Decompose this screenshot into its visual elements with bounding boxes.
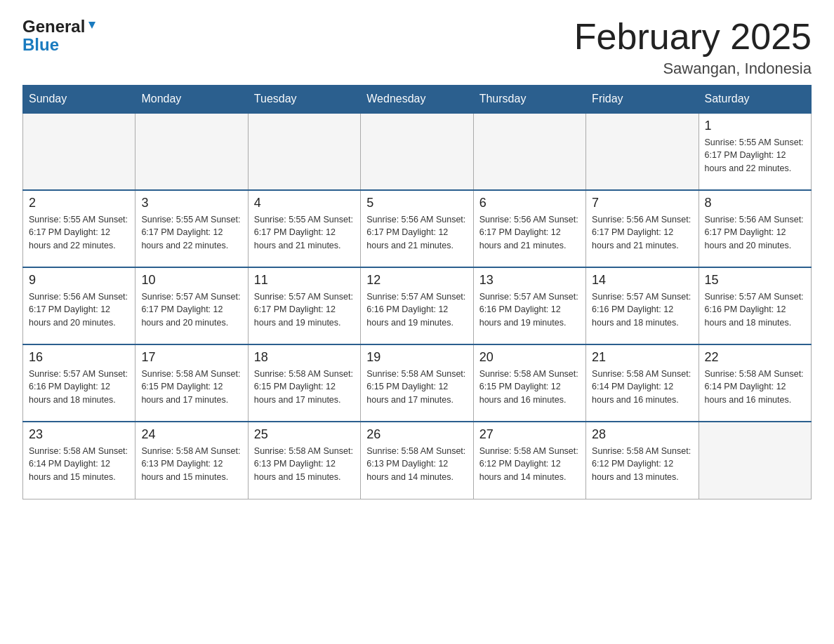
day-info: Sunrise: 5:58 AM Sunset: 6:15 PM Dayligh… [479,368,580,407]
day-info: Sunrise: 5:58 AM Sunset: 6:15 PM Dayligh… [254,368,355,407]
calendar-cell: 26Sunrise: 5:58 AM Sunset: 6:13 PM Dayli… [361,422,473,499]
calendar-cell: 28Sunrise: 5:58 AM Sunset: 6:12 PM Dayli… [586,422,699,499]
calendar-cell: 21Sunrise: 5:58 AM Sunset: 6:14 PM Dayli… [586,344,699,422]
calendar-cell: 10Sunrise: 5:57 AM Sunset: 6:17 PM Dayli… [135,267,248,344]
day-info: Sunrise: 5:57 AM Sunset: 6:16 PM Dayligh… [592,290,692,330]
header-friday: Friday [586,86,699,114]
month-title: February 2025 [574,17,812,57]
calendar-cell: 19Sunrise: 5:58 AM Sunset: 6:15 PM Dayli… [361,344,473,422]
calendar-cell [23,113,135,190]
logo-arrow-icon [86,20,98,35]
weekday-header-row: Sunday Monday Tuesday Wednesday Thursday… [23,86,812,114]
day-info: Sunrise: 5:58 AM Sunset: 6:15 PM Dayligh… [141,368,241,407]
day-number: 20 [479,349,580,365]
calendar-cell: 1Sunrise: 5:55 AM Sunset: 6:17 PM Daylig… [699,113,811,190]
day-number: 23 [29,427,129,443]
day-info: Sunrise: 5:56 AM Sunset: 6:17 PM Dayligh… [29,290,129,330]
day-number: 4 [254,195,355,211]
day-info: Sunrise: 5:58 AM Sunset: 6:12 PM Dayligh… [592,445,692,484]
day-info: Sunrise: 5:58 AM Sunset: 6:14 PM Dayligh… [29,445,129,484]
location-title: Sawangan, Indonesia [574,60,812,78]
calendar-cell: 3Sunrise: 5:55 AM Sunset: 6:17 PM Daylig… [135,190,248,267]
calendar-cell: 24Sunrise: 5:58 AM Sunset: 6:13 PM Dayli… [135,422,248,499]
day-number: 24 [141,427,241,443]
day-number: 27 [479,427,580,443]
calendar-cell [248,113,360,190]
calendar-cell: 4Sunrise: 5:55 AM Sunset: 6:17 PM Daylig… [248,190,360,267]
title-section: February 2025 Sawangan, Indonesia [574,17,812,78]
logo: General Blue [22,17,98,55]
day-number: 9 [29,272,129,288]
svg-marker-0 [88,22,95,29]
header-row: General Blue February 2025 Sawangan, Ind… [22,17,812,78]
day-number: 2 [29,195,129,211]
calendar-cell: 25Sunrise: 5:58 AM Sunset: 6:13 PM Dayli… [248,422,360,499]
day-info: Sunrise: 5:58 AM Sunset: 6:14 PM Dayligh… [592,368,692,407]
day-info: Sunrise: 5:57 AM Sunset: 6:16 PM Dayligh… [29,368,129,407]
day-info: Sunrise: 5:57 AM Sunset: 6:17 PM Dayligh… [254,290,355,330]
header-thursday: Thursday [473,86,585,114]
day-number: 11 [254,272,355,288]
header-wednesday: Wednesday [361,86,473,114]
calendar-cell [699,422,811,499]
day-number: 10 [141,272,241,288]
day-info: Sunrise: 5:57 AM Sunset: 6:16 PM Dayligh… [479,290,580,330]
day-number: 25 [254,427,355,443]
calendar-cell: 12Sunrise: 5:57 AM Sunset: 6:16 PM Dayli… [361,267,473,344]
day-number: 6 [479,195,580,211]
logo-blue-text: Blue [22,35,59,55]
day-info: Sunrise: 5:56 AM Sunset: 6:17 PM Dayligh… [705,213,805,253]
calendar-cell: 13Sunrise: 5:57 AM Sunset: 6:16 PM Dayli… [473,267,585,344]
day-number: 17 [141,349,241,365]
day-info: Sunrise: 5:56 AM Sunset: 6:17 PM Dayligh… [366,213,467,253]
day-number: 28 [592,427,692,443]
day-info: Sunrise: 5:57 AM Sunset: 6:16 PM Dayligh… [705,290,805,330]
day-number: 21 [592,349,692,365]
day-number: 1 [705,118,805,134]
calendar-cell: 14Sunrise: 5:57 AM Sunset: 6:16 PM Dayli… [586,267,699,344]
day-number: 3 [141,195,241,211]
calendar-cell: 6Sunrise: 5:56 AM Sunset: 6:17 PM Daylig… [473,190,585,267]
day-number: 22 [705,349,805,365]
logo-general-text: General [22,17,85,36]
calendar-cell [361,113,473,190]
calendar-cell: 11Sunrise: 5:57 AM Sunset: 6:17 PM Dayli… [248,267,360,344]
calendar-table: Sunday Monday Tuesday Wednesday Thursday… [22,85,812,499]
week-row-0: 1Sunrise: 5:55 AM Sunset: 6:17 PM Daylig… [23,113,812,190]
day-info: Sunrise: 5:56 AM Sunset: 6:17 PM Dayligh… [592,213,692,253]
day-info: Sunrise: 5:56 AM Sunset: 6:17 PM Dayligh… [479,213,580,253]
day-number: 8 [705,195,805,211]
day-info: Sunrise: 5:58 AM Sunset: 6:13 PM Dayligh… [141,445,241,484]
day-info: Sunrise: 5:55 AM Sunset: 6:17 PM Dayligh… [254,213,355,253]
day-info: Sunrise: 5:57 AM Sunset: 6:16 PM Dayligh… [366,290,467,330]
calendar-cell: 22Sunrise: 5:58 AM Sunset: 6:14 PM Dayli… [699,344,811,422]
page: General Blue February 2025 Sawangan, Ind… [0,0,834,516]
calendar-cell: 27Sunrise: 5:58 AM Sunset: 6:12 PM Dayli… [473,422,585,499]
calendar-cell: 18Sunrise: 5:58 AM Sunset: 6:15 PM Dayli… [248,344,360,422]
header-sunday: Sunday [23,86,135,114]
day-info: Sunrise: 5:55 AM Sunset: 6:17 PM Dayligh… [29,213,129,253]
day-info: Sunrise: 5:57 AM Sunset: 6:17 PM Dayligh… [141,290,241,330]
calendar-cell: 9Sunrise: 5:56 AM Sunset: 6:17 PM Daylig… [23,267,135,344]
calendar-cell: 15Sunrise: 5:57 AM Sunset: 6:16 PM Dayli… [699,267,811,344]
day-info: Sunrise: 5:58 AM Sunset: 6:13 PM Dayligh… [254,445,355,484]
day-info: Sunrise: 5:58 AM Sunset: 6:12 PM Dayligh… [479,445,580,484]
day-info: Sunrise: 5:58 AM Sunset: 6:15 PM Dayligh… [366,368,467,407]
header-tuesday: Tuesday [248,86,360,114]
header-saturday: Saturday [699,86,811,114]
day-number: 12 [366,272,467,288]
day-number: 7 [592,195,692,211]
day-number: 14 [592,272,692,288]
calendar-cell: 23Sunrise: 5:58 AM Sunset: 6:14 PM Dayli… [23,422,135,499]
day-number: 13 [479,272,580,288]
day-number: 15 [705,272,805,288]
calendar-cell: 17Sunrise: 5:58 AM Sunset: 6:15 PM Dayli… [135,344,248,422]
calendar-cell: 5Sunrise: 5:56 AM Sunset: 6:17 PM Daylig… [361,190,473,267]
calendar-cell [135,113,248,190]
calendar-cell [586,113,699,190]
day-number: 19 [366,349,467,365]
day-info: Sunrise: 5:58 AM Sunset: 6:13 PM Dayligh… [366,445,467,484]
day-number: 5 [366,195,467,211]
header-monday: Monday [135,86,248,114]
calendar-cell: 7Sunrise: 5:56 AM Sunset: 6:17 PM Daylig… [586,190,699,267]
